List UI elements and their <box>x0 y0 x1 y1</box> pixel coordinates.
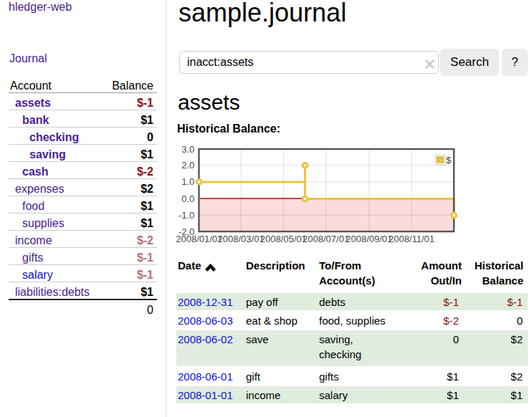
svg-text:-1.0: -1.0 <box>179 210 194 221</box>
svg-text:3.0: 3.0 <box>181 144 194 155</box>
svg-text:0.0: 0.0 <box>181 193 194 204</box>
svg-text:2008/09/01: 2008/09/01 <box>346 234 392 244</box>
svg-text:1.0: 1.0 <box>181 176 194 187</box>
svg-text:2.0: 2.0 <box>181 160 194 171</box>
svg-text:2008/05/01: 2008/05/01 <box>260 234 307 244</box>
svg-text:2008/03/01: 2008/03/01 <box>218 234 265 244</box>
svg-text:2008/07/01: 2008/07/01 <box>303 234 349 244</box>
svg-text:2008/11/01: 2008/11/01 <box>389 234 434 244</box>
svg-text:$: $ <box>446 155 452 166</box>
svg-text:2008/01/01: 2008/01/01 <box>176 234 222 244</box>
